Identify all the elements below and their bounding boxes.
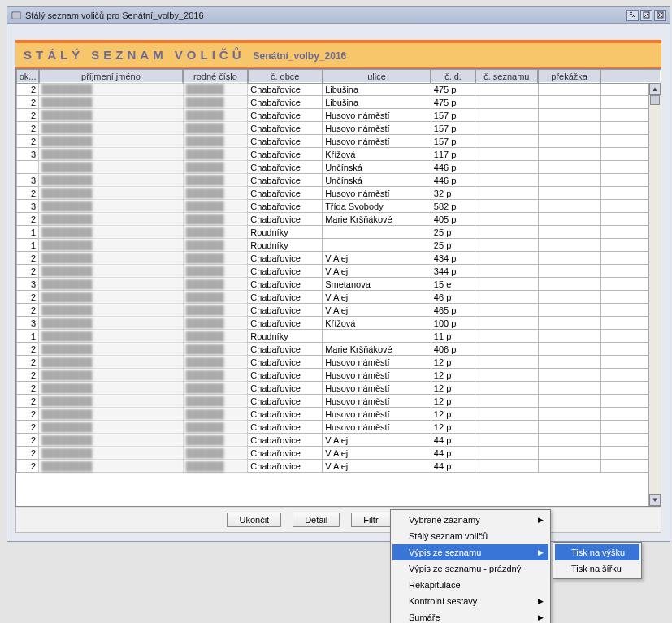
table-row[interactable]: 1██████████████Roudníky25 p: [17, 226, 661, 239]
table-row[interactable]: 1██████████████Roudníky25 p: [17, 239, 661, 252]
table-row[interactable]: 3██████████████ChabařoviceUnčínská446 p: [17, 174, 661, 187]
filter-button[interactable]: Filtr: [351, 513, 390, 527]
table-row[interactable]: 2██████████████ChabařoviceHusovo náměstí…: [17, 187, 661, 200]
cell-cd: 44 p: [431, 460, 475, 473]
table-row[interactable]: ██████████████ChabařoviceUnčínská446 p: [17, 161, 661, 174]
table-row[interactable]: 3██████████████ChabařoviceSmetanova15 e: [17, 278, 661, 291]
table-row[interactable]: 2██████████████ChabařoviceHusovo náměstí…: [17, 135, 661, 148]
cell-name: ████████: [39, 226, 184, 239]
page-title: STÁLÝ SEZNAM VOLIČŮ: [24, 48, 245, 62]
cell-seznam: [475, 187, 538, 200]
table-row[interactable]: 3██████████████ChabařoviceKřížová117 p: [17, 148, 661, 161]
menu-item[interactable]: Vybrané záznamy▶: [392, 512, 548, 528]
cell-seznam: [475, 447, 538, 460]
cell-ok: 3: [17, 317, 39, 330]
table-row[interactable]: 2██████████████ChabařoviceMarie Kršňákov…: [17, 213, 661, 226]
table-row[interactable]: 2██████████████ChabařoviceLibušina475 p: [17, 96, 661, 109]
table-row[interactable]: 2██████████████ChabařoviceV Aleji46 p: [17, 291, 661, 304]
cell-seznam: [475, 330, 538, 343]
table-row[interactable]: 2██████████████ChabařoviceHusovo náměstí…: [17, 382, 661, 395]
table-row[interactable]: 2██████████████ChabařoviceHusovo náměstí…: [17, 122, 661, 135]
cell-ulice: V Aleji: [323, 291, 431, 304]
cell-ulice: Marie Kršňákové: [323, 213, 431, 226]
cell-cd: 25 p: [431, 239, 475, 252]
cell-cd: 25 p: [431, 226, 475, 239]
col-prekazka[interactable]: překážka: [538, 70, 600, 83]
menu-item[interactable]: Stálý seznam voličů: [392, 528, 548, 542]
cell-cd: 12 p: [431, 356, 475, 369]
table-row[interactable]: 2██████████████ChabařoviceHusovo náměstí…: [17, 369, 661, 382]
scroll-thumb[interactable]: [650, 95, 660, 105]
scroll-up-button[interactable]: ▲: [649, 83, 661, 95]
cell-ok: 2: [17, 83, 39, 96]
cell-cd: 465 p: [431, 304, 475, 317]
cell-ulice: V Aleji: [323, 252, 431, 265]
vertical-scrollbar[interactable]: ▲ ▼: [648, 83, 661, 506]
table-row[interactable]: 2██████████████ChabařoviceMarie Kršňákov…: [17, 343, 661, 356]
cell-cd: 434 p: [431, 252, 475, 265]
page-subtitle: Senátní_volby_2016: [254, 50, 347, 62]
col-ulice[interactable]: ulice: [323, 70, 431, 83]
table-row[interactable]: 3██████████████ChabařoviceKřížová100 p: [17, 317, 661, 330]
scroll-track[interactable]: [649, 95, 661, 494]
cell-ulice: V Aleji: [323, 304, 431, 317]
cell-rc: ██████: [183, 265, 247, 278]
cell-name: ████████: [39, 304, 184, 317]
table-row[interactable]: 2██████████████ChabařoviceV Aleji44 p: [17, 434, 661, 447]
table-row[interactable]: 2██████████████ChabařoviceLibušina475 p: [17, 83, 661, 96]
cell-obec: Chabařovice: [248, 434, 323, 447]
cell-name: ████████: [39, 382, 184, 395]
close-button[interactable]: [654, 10, 666, 21]
table-row[interactable]: 2██████████████ChabařoviceHusovo náměstí…: [17, 109, 661, 122]
cell-prekazka: [538, 213, 600, 226]
cell-cd: 582 p: [431, 200, 475, 213]
detail-button[interactable]: Detail: [293, 513, 340, 527]
titlebar[interactable]: Stálý seznam voličů pro Senátní_volby_20…: [7, 7, 670, 24]
cell-cd: 117 p: [431, 148, 475, 161]
cell-cd: 446 p: [431, 174, 475, 187]
cell-seznam: [475, 148, 538, 161]
col-cd[interactable]: č. d.: [431, 70, 475, 83]
cell-rc: ██████: [183, 382, 247, 395]
cell-prekazka: [538, 421, 600, 434]
cell-obec: Chabařovice: [248, 252, 323, 265]
cell-cd: 44 p: [431, 434, 475, 447]
table-row[interactable]: 2██████████████ChabařoviceHusovo náměstí…: [17, 395, 661, 408]
col-ok[interactable]: ok...: [17, 70, 39, 83]
cell-cd: 157 p: [431, 109, 475, 122]
table-row[interactable]: 2██████████████ChabařoviceV Aleji44 p: [17, 460, 661, 473]
col-rc[interactable]: rodné číslo: [183, 70, 247, 83]
cell-ok: 2: [17, 395, 39, 408]
cell-obec: Chabařovice: [248, 304, 323, 317]
table-row[interactable]: 2██████████████ChabařoviceHusovo náměstí…: [17, 356, 661, 369]
col-name[interactable]: příjmení jméno: [39, 70, 184, 83]
col-seznam[interactable]: č. seznamu: [475, 70, 538, 83]
cell-prekazka: [538, 109, 600, 122]
table-row[interactable]: 2██████████████ChabařoviceHusovo náměstí…: [17, 421, 661, 434]
minimize-button[interactable]: [626, 10, 639, 21]
cell-rc: ██████: [183, 408, 247, 421]
cell-ulice: Husovo náměstí: [323, 356, 431, 369]
table-row[interactable]: 2██████████████ChabařoviceV Aleji434 p: [17, 252, 661, 265]
table-row[interactable]: 2██████████████ChabařoviceV Aleji465 p: [17, 304, 661, 317]
table-row[interactable]: 3██████████████ChabařoviceTřída Svobody5…: [17, 200, 661, 213]
table-row[interactable]: 2██████████████ChabařoviceV Aleji344 p: [17, 265, 661, 278]
maximize-button[interactable]: [640, 10, 652, 21]
cell-ulice: Libušina: [323, 96, 431, 109]
table-row[interactable]: 1██████████████Roudníky11 p: [17, 330, 661, 343]
cell-ulice: Libušina: [323, 83, 431, 96]
end-button[interactable]: Ukončit: [227, 513, 281, 527]
cell-seznam: [475, 434, 538, 447]
cell-ok: 2: [17, 291, 39, 304]
cell-ok: 2: [17, 109, 39, 122]
cell-seznam: [475, 265, 538, 278]
scroll-down-button[interactable]: ▼: [649, 494, 661, 506]
cell-seznam: [475, 109, 538, 122]
cell-prekazka: [538, 187, 600, 200]
col-obec[interactable]: č. obce: [248, 70, 323, 83]
cell-cd: 32 p: [431, 187, 475, 200]
table-row[interactable]: 2██████████████ChabařoviceHusovo náměstí…: [17, 408, 661, 421]
cell-cd: 157 p: [431, 135, 475, 148]
table-row[interactable]: 2██████████████ChabařoviceV Aleji44 p: [17, 447, 661, 460]
cell-obec: Chabařovice: [248, 200, 323, 213]
